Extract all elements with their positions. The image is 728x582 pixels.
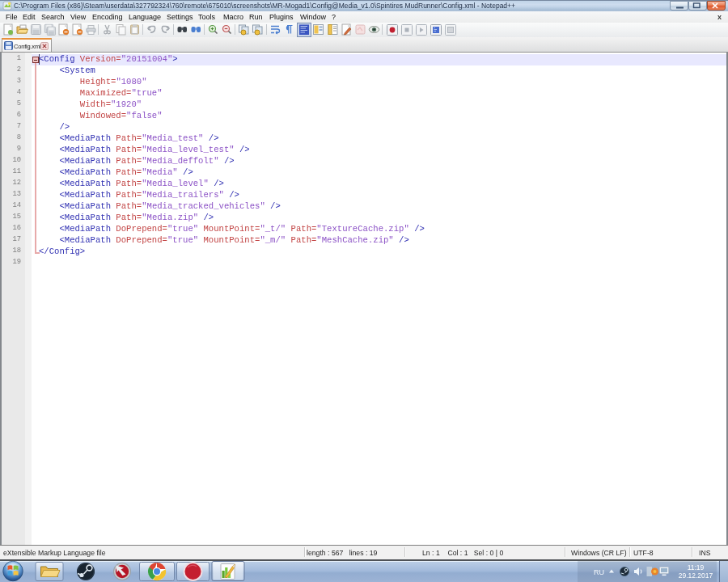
svg-text:RU: RU bbox=[594, 568, 604, 576]
